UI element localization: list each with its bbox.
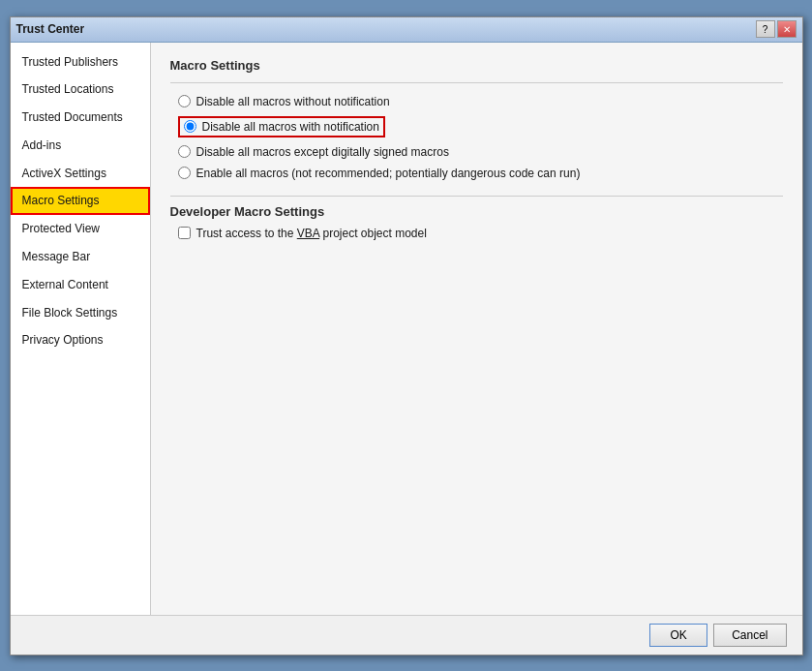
sidebar: Trusted PublishersTrusted LocationsTrust… [11, 43, 151, 615]
content-area: Trusted PublishersTrusted LocationsTrust… [11, 43, 802, 615]
close-button[interactable]: ✕ [777, 20, 797, 38]
label-opt2[interactable]: Disable all macros with notification [202, 120, 379, 134]
radio-opt4[interactable] [178, 167, 191, 179]
sidebar-item-trusted-documents[interactable]: Trusted Documents [11, 104, 150, 132]
cancel-button[interactable]: Cancel [713, 624, 786, 647]
macro-option-4: Enable all macros (not recommended; pote… [178, 167, 783, 180]
vba-label-underline: VBA [297, 227, 319, 240]
help-button[interactable]: ? [756, 20, 775, 38]
vba-label-part1: Trust access to the [196, 227, 297, 240]
vba-trust-label[interactable]: Trust access to the VBA project object m… [196, 227, 427, 240]
sidebar-item-external-content[interactable]: External Content [11, 271, 150, 299]
macro-option-1: Disable all macros without notification [178, 95, 783, 108]
label-opt1[interactable]: Disable all macros without notification [196, 95, 390, 108]
sidebar-item-activex-settings[interactable]: ActiveX Settings [11, 160, 150, 188]
macro-settings-title: Macro Settings [170, 58, 783, 73]
title-bar-buttons: ? ✕ [756, 20, 797, 38]
trust-center-window: Trust Center ? ✕ Trusted PublishersTrust… [10, 16, 803, 656]
radio-opt3[interactable] [178, 145, 191, 158]
dev-section-title: Developer Macro Settings [170, 196, 783, 219]
radio-opt2[interactable] [184, 120, 196, 133]
label-opt3[interactable]: Disable all macros except digitally sign… [196, 145, 449, 159]
macro-options-group: Disable all macros without notificationD… [170, 95, 783, 180]
radio-opt1[interactable] [178, 95, 191, 107]
footer: OK Cancel [11, 615, 802, 655]
sidebar-item-macro-settings[interactable]: Macro Settings [11, 187, 150, 215]
sidebar-item-trusted-publishers[interactable]: Trusted Publishers [11, 48, 150, 76]
sidebar-item-privacy-options[interactable]: Privacy Options [11, 326, 150, 354]
window-title: Trust Center [16, 22, 85, 36]
sidebar-item-add-ins[interactable]: Add-ins [11, 132, 150, 160]
ok-button[interactable]: OK [649, 624, 707, 647]
sidebar-item-protected-view[interactable]: Protected View [11, 215, 150, 243]
macro-option-3: Disable all macros except digitally sign… [178, 145, 783, 159]
title-bar: Trust Center ? ✕ [11, 17, 802, 43]
vba-trust-checkbox-item: Trust access to the VBA project object m… [170, 227, 783, 240]
main-panel: Macro Settings Disable all macros withou… [151, 43, 802, 615]
label-opt4[interactable]: Enable all macros (not recommended; pote… [196, 167, 581, 180]
vba-trust-checkbox[interactable] [178, 227, 191, 239]
vba-label-part2: project object model [319, 227, 427, 240]
developer-macro-settings-section: Developer Macro Settings Trust access to… [170, 196, 783, 240]
macro-option-2: Disable all macros with notification [178, 116, 783, 137]
selected-radio-wrapper: Disable all macros with notification [178, 116, 385, 137]
sidebar-item-trusted-locations[interactable]: Trusted Locations [11, 76, 150, 104]
section-divider [170, 82, 783, 83]
sidebar-item-file-block-settings[interactable]: File Block Settings [11, 299, 150, 327]
sidebar-item-message-bar[interactable]: Message Bar [11, 243, 150, 271]
